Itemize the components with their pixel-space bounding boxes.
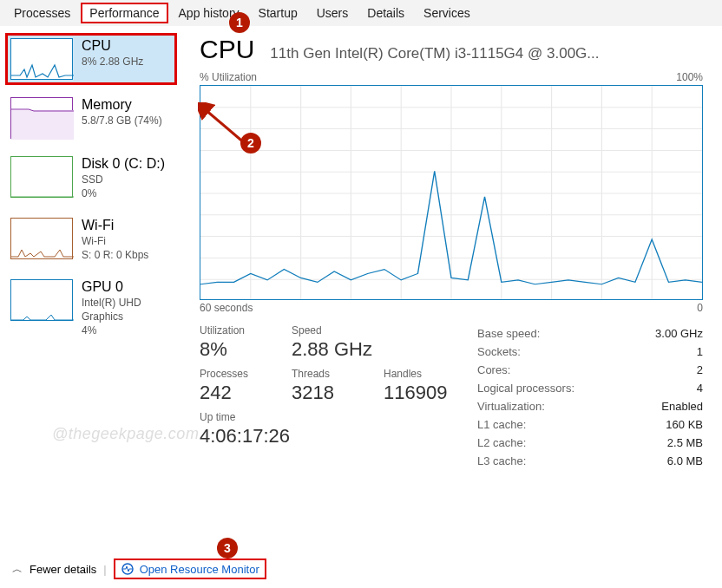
annotation-badge-1: 1 (229, 12, 250, 33)
chart-label-max: 100% (676, 71, 703, 83)
handles-value: 116909 (384, 382, 451, 404)
disk-thumbnail (10, 156, 73, 198)
sidebar-item-gpu[interactable]: GPU 0 Intel(R) UHD Graphics 4% (5, 274, 177, 343)
stats-right: Base speed:3.00 GHz Sockets:1 Cores:2 Lo… (477, 324, 703, 470)
open-resource-monitor-link[interactable]: Open Resource Monitor (114, 559, 266, 579)
l3-label: L3 cache: (477, 454, 526, 467)
processes-value: 242 (200, 382, 267, 404)
cpu-thumbnail (10, 38, 73, 80)
sidebar-wifi-text: Wi-Fi Wi-Fi S: 0 R: 0 Kbps (82, 218, 148, 262)
wifi-thumbnail (10, 218, 73, 259)
processor-name: 11th Gen Intel(R) Core(TM) i3-1115G4 @ 3… (270, 45, 703, 62)
sidebar-item-wifi[interactable]: Wi-Fi Wi-Fi S: 0 R: 0 Kbps (5, 212, 177, 267)
stats-area: Utilization 8% Speed 2.88 GHz Processes … (200, 324, 703, 470)
resource-monitor-icon (121, 562, 135, 576)
detail-header: CPU 11th Gen Intel(R) Core(TM) i3-1115G4… (200, 35, 703, 64)
sidebar-cpu-sub: 8% 2.88 GHz (82, 56, 143, 69)
speed-value: 2.88 GHz (292, 338, 430, 361)
logical-label: Logical processors: (477, 382, 574, 395)
sidebar-disk-sub2: 0% (82, 187, 165, 201)
sidebar-gpu-title: GPU 0 (82, 279, 172, 295)
virtualization-label: Virtualization: (477, 400, 545, 413)
tab-users[interactable]: Users (308, 3, 358, 23)
sidebar-memory-sub: 5.8/7.8 GB (74%) (82, 114, 162, 128)
sidebar-gpu-sub2: 4% (82, 324, 172, 338)
footer-divider: | (103, 563, 106, 576)
cores-label: Cores: (477, 363, 510, 376)
tab-processes[interactable]: Processes (5, 3, 79, 23)
sidebar-wifi-sub1: Wi-Fi (82, 235, 148, 249)
utilization-label: Utilization (200, 324, 267, 336)
l2-label: L2 cache: (477, 436, 526, 449)
l3-value: 6.0 MB (667, 454, 703, 467)
sidebar-wifi-sub2: S: 0 R: 0 Kbps (82, 249, 148, 263)
watermark: @thegeekpage.com (52, 425, 199, 443)
threads-label: Threads (292, 368, 359, 380)
uptime-value: 4:06:17:26 (200, 425, 338, 448)
sidebar: CPU 8% 2.88 GHz Memory 5.8/7.8 GB (74%) (0, 26, 184, 538)
logical-value: 4 (697, 382, 703, 395)
chevron-up-icon[interactable]: ︿ (12, 562, 23, 577)
sidebar-memory-text: Memory 5.8/7.8 GB (74%) (82, 97, 162, 128)
annotation-badge-2: 2 (240, 133, 261, 154)
virtualization-value: Enabled (661, 400, 703, 413)
handles-label: Handles (384, 368, 451, 380)
sidebar-wifi-title: Wi-Fi (82, 218, 148, 233)
utilization-value: 8% (200, 338, 267, 361)
sidebar-disk-sub1: SSD (82, 173, 165, 187)
tab-performance[interactable]: Performance (81, 3, 167, 23)
chart-label-60s: 60 seconds (200, 302, 253, 314)
memory-thumbnail (10, 97, 73, 139)
sidebar-gpu-text: GPU 0 Intel(R) UHD Graphics 4% (82, 279, 172, 337)
cores-value: 2 (697, 363, 703, 376)
fewer-details-link[interactable]: Fewer details (30, 563, 96, 576)
sidebar-disk-text: Disk 0 (C: D:) SSD 0% (82, 156, 165, 200)
sidebar-cpu-title: CPU (82, 38, 143, 54)
detail-pane: CPU 11th Gen Intel(R) Core(TM) i3-1115G4… (184, 26, 722, 538)
processes-label: Processes (200, 368, 267, 380)
gpu-thumbnail (10, 279, 73, 321)
speed-label: Speed (292, 324, 430, 336)
open-resource-monitor-label: Open Resource Monitor (140, 563, 259, 576)
sockets-label: Sockets: (477, 345, 521, 358)
l1-value: 160 KB (666, 418, 703, 431)
chart-label-util: % Utilization (200, 71, 257, 83)
footer: ︿ Fewer details | Open Resource Monitor (12, 559, 266, 579)
detail-title: CPU (200, 35, 254, 64)
sidebar-memory-title: Memory (82, 97, 162, 113)
uptime-label: Up time (200, 411, 338, 423)
l2-value: 2.5 MB (667, 436, 703, 449)
l1-label: L1 cache: (477, 418, 526, 431)
sidebar-cpu-text: CPU 8% 2.88 GHz (82, 38, 143, 69)
threads-value: 3218 (292, 382, 359, 404)
sidebar-disk-title: Disk 0 (C: D:) (82, 156, 165, 172)
sockets-value: 1 (697, 345, 703, 358)
chart-bottom-labels: 60 seconds 0 (200, 302, 703, 314)
base-speed-label: Base speed: (477, 327, 540, 340)
sidebar-item-memory[interactable]: Memory 5.8/7.8 GB (74%) (5, 92, 177, 144)
tab-details[interactable]: Details (358, 3, 413, 23)
annotation-badge-3: 3 (217, 538, 238, 559)
chart-label-0: 0 (697, 302, 703, 314)
svg-rect-0 (11, 110, 74, 140)
base-speed-value: 3.00 GHz (655, 327, 703, 340)
stats-left: Utilization 8% Speed 2.88 GHz Processes … (200, 324, 451, 470)
tab-services[interactable]: Services (415, 3, 479, 23)
sidebar-item-cpu[interactable]: CPU 8% 2.88 GHz (5, 33, 177, 85)
chart-top-labels: % Utilization 100% (200, 71, 703, 83)
tab-startup[interactable]: Startup (250, 3, 306, 23)
svg-line-21 (205, 109, 246, 144)
cpu-utilization-chart (200, 85, 703, 300)
sidebar-gpu-sub1: Intel(R) UHD Graphics (82, 297, 172, 323)
tab-bar: Processes Performance App history Startu… (0, 0, 722, 26)
main-content: CPU 8% 2.88 GHz Memory 5.8/7.8 GB (74%) (0, 26, 722, 538)
sidebar-item-disk[interactable]: Disk 0 (C: D:) SSD 0% (5, 151, 177, 206)
